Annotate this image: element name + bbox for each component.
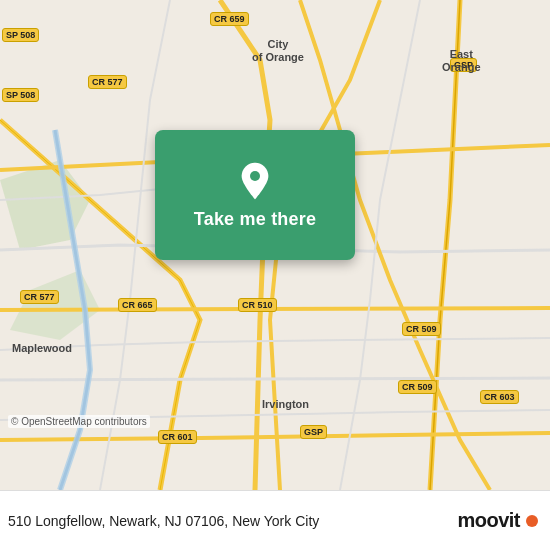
city-label-orange: Cityof Orange [252, 38, 304, 64]
osm-credit: © OpenStreetMap contributors [8, 415, 150, 428]
moovit-dot-icon [526, 515, 538, 527]
road-badge-gsp-2: GSP [300, 425, 327, 439]
road-badge-sp508-1: SP 508 [2, 28, 39, 42]
take-me-there-button[interactable]: Take me there [194, 209, 316, 230]
road-badge-sp508-2: SP 508 [2, 88, 39, 102]
svg-point-3 [250, 171, 260, 181]
road-badge-cr577-2: CR 577 [20, 290, 59, 304]
map-pin-icon [235, 161, 275, 201]
road-badge-cr577-1: CR 577 [88, 75, 127, 89]
road-badge-cr603: CR 603 [480, 390, 519, 404]
location-card[interactable]: Take me there [155, 130, 355, 260]
road-badge-cr509-2: CR 509 [398, 380, 437, 394]
city-label-irvington: Irvington [262, 398, 309, 410]
road-badge-cr659: CR 659 [210, 12, 249, 26]
city-label-east-orange: EastOrange [442, 48, 481, 74]
road-badge-cr509-1: CR 509 [402, 322, 441, 336]
bottom-bar: 510 Longfellow, Newark, NJ 07106, New Yo… [0, 490, 550, 550]
map-view: CR 659 SP 508 SP 508 CR 577 CR 577 CR 66… [0, 0, 550, 490]
city-label-maplewood: Maplewood [12, 342, 72, 354]
moovit-text: moovit [457, 509, 520, 532]
road-badge-cr510: CR 510 [238, 298, 277, 312]
road-badge-cr665: CR 665 [118, 298, 157, 312]
address-label: 510 Longfellow, Newark, NJ 07106, New Yo… [8, 513, 457, 529]
road-badge-cr601: CR 601 [158, 430, 197, 444]
moovit-logo: moovit [457, 509, 538, 532]
